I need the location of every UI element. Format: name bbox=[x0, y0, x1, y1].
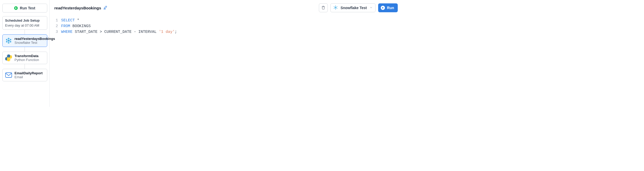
schedule-subtitle: Every day at 07:00 AM bbox=[5, 23, 44, 27]
line-number: 3 bbox=[54, 29, 61, 35]
sidebar: Run Test Scheduled Job Setup Every day a… bbox=[0, 0, 50, 107]
schedule-card[interactable]: Scheduled Job Setup Every day at 07:00 A… bbox=[2, 16, 47, 30]
code-line: 1SELECT * bbox=[54, 18, 398, 23]
page-title: readYesterdaysBookings bbox=[54, 6, 101, 10]
step-subtitle: Python Function bbox=[15, 58, 39, 62]
run-label: Run bbox=[387, 6, 394, 10]
app-root: Run Test Scheduled Job Setup Every day a… bbox=[0, 0, 402, 107]
edit-icon[interactable] bbox=[103, 5, 107, 10]
schedule-title: Scheduled Job Setup bbox=[5, 19, 44, 22]
chevron-down-icon bbox=[370, 6, 373, 10]
step-card-read-bookings[interactable]: readYesterdaysBookings Snowflake Test bbox=[2, 34, 47, 47]
step-texts: TransformData Python Function bbox=[15, 54, 39, 62]
svg-rect-6 bbox=[5, 73, 12, 77]
code-content: SELECT * bbox=[61, 18, 79, 23]
run-test-button[interactable]: Run Test bbox=[2, 4, 47, 13]
title-group: readYesterdaysBookings bbox=[54, 5, 107, 10]
header-row: readYesterdaysBookings bbox=[54, 3, 398, 13]
connection-label: Snowflake Test bbox=[341, 6, 367, 10]
delete-button[interactable] bbox=[319, 3, 328, 12]
play-circle-icon bbox=[14, 6, 18, 10]
run-button[interactable]: Run bbox=[378, 3, 398, 12]
python-icon bbox=[5, 54, 12, 61]
snowflake-icon bbox=[333, 5, 338, 11]
line-number: 2 bbox=[54, 23, 61, 29]
svg-point-5 bbox=[9, 60, 10, 61]
header-controls: Snowflake Test Run bbox=[319, 3, 398, 12]
step-title: TransformData bbox=[15, 54, 39, 58]
code-editor[interactable]: 1SELECT *2FROM BOOKINGS3WHERE START_DATE… bbox=[54, 18, 398, 35]
envelope-icon bbox=[5, 72, 12, 78]
step-subtitle: Snowflake Test bbox=[15, 41, 55, 45]
svg-point-4 bbox=[7, 55, 8, 56]
step-card-transform-data[interactable]: TransformData Python Function bbox=[2, 52, 47, 64]
main-panel: readYesterdaysBookings bbox=[50, 0, 402, 107]
step-texts: EmailDailyReport Email bbox=[15, 71, 43, 79]
run-test-label: Run Test bbox=[20, 6, 35, 10]
connection-select[interactable]: Snowflake Test bbox=[330, 3, 376, 12]
step-texts: readYesterdaysBookings Snowflake Test bbox=[15, 37, 55, 45]
line-number: 1 bbox=[54, 18, 61, 23]
connector-line bbox=[25, 47, 25, 52]
svg-marker-12 bbox=[382, 7, 384, 9]
svg-marker-0 bbox=[15, 7, 17, 9]
svg-rect-8 bbox=[322, 7, 324, 9]
step-subtitle: Email bbox=[15, 75, 43, 79]
connector-line bbox=[25, 64, 25, 69]
snowflake-icon bbox=[5, 37, 12, 44]
connector-line bbox=[25, 30, 25, 34]
play-icon bbox=[381, 6, 385, 10]
step-card-email-report[interactable]: EmailDailyReport Email bbox=[2, 69, 47, 81]
trash-icon bbox=[321, 6, 325, 10]
code-line: 2FROM BOOKINGS bbox=[54, 23, 398, 29]
code-content: FROM BOOKINGS bbox=[61, 23, 91, 29]
step-title: readYesterdaysBookings bbox=[15, 37, 55, 41]
step-title: EmailDailyReport bbox=[15, 71, 43, 75]
code-line: 3WHERE START_DATE > CURRENT_DATE - INTER… bbox=[54, 29, 398, 35]
code-content: WHERE START_DATE > CURRENT_DATE - INTERV… bbox=[61, 29, 177, 35]
